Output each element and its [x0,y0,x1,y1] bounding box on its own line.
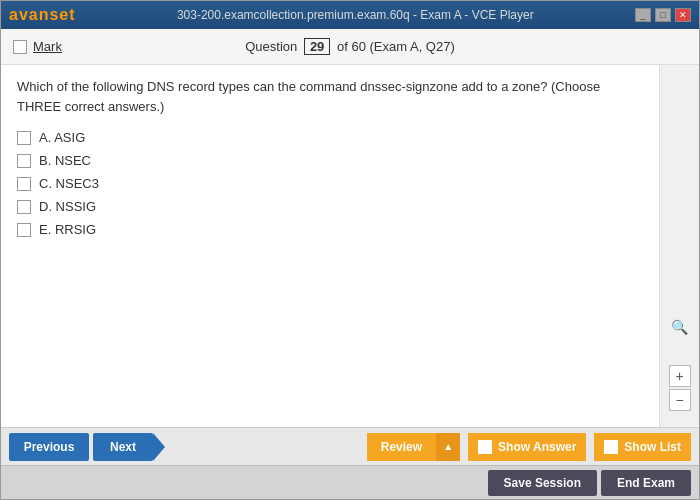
titlebar-title: 303-200.examcollection.premium.exam.60q … [76,8,635,22]
option-label-c: C. NSEC3 [39,176,99,191]
answer-option-c[interactable]: C. NSEC3 [17,176,643,191]
close-button[interactable]: ✕ [675,8,691,22]
show-answer-label: Show Answer [498,440,576,454]
question-number: 29 [304,38,330,55]
mark-label[interactable]: Mark [33,39,62,54]
zoom-out-button[interactable]: − [669,389,691,411]
zoom-in-button[interactable]: + [669,365,691,387]
maximize-button[interactable]: □ [655,8,671,22]
content-area: Which of the following DNS record types … [1,65,699,427]
review-button[interactable]: Review [367,433,436,461]
show-list-button[interactable]: Show List [594,433,691,461]
option-label-a: A. ASIG [39,130,85,145]
review-group: Review ▲ [367,433,460,461]
mark-area: Mark [13,39,93,54]
show-answer-icon [478,440,492,454]
app-window: avanset 303-200.examcollection.premium.e… [0,0,700,500]
question-info: Question 29 of 60 (Exam A, Q27) [93,38,607,55]
logo-suffix: set [49,6,75,23]
option-label-e: E. RRSIG [39,222,96,237]
option-checkbox-b[interactable] [17,154,31,168]
show-answer-button[interactable]: Show Answer [468,433,586,461]
answer-options: A. ASIGB. NSECC. NSEC3D. NSSIGE. RRSIG [17,130,643,237]
option-checkbox-c[interactable] [17,177,31,191]
end-exam-button[interactable]: End Exam [601,470,691,496]
question-label: Question [245,39,297,54]
answer-option-b[interactable]: B. NSEC [17,153,643,168]
app-logo: avanset [9,6,76,24]
answer-option-a[interactable]: A. ASIG [17,130,643,145]
logo-prefix: avan [9,6,49,23]
option-checkbox-e[interactable] [17,223,31,237]
option-label-d: D. NSSIG [39,199,96,214]
next-button[interactable]: Next [93,433,153,461]
question-body: Which of the following DNS record types … [1,65,659,427]
option-checkbox-d[interactable] [17,200,31,214]
option-checkbox-a[interactable] [17,131,31,145]
review-dropdown-button[interactable]: ▲ [436,433,460,461]
save-session-button[interactable]: Save Session [488,470,597,496]
option-label-b: B. NSEC [39,153,91,168]
mark-checkbox[interactable] [13,40,27,54]
answer-option-d[interactable]: D. NSSIG [17,199,643,214]
question-total: of 60 (Exam A, Q27) [337,39,455,54]
show-list-label: Show List [624,440,681,454]
bottom-toolbar: Previous Next Review ▲ Show Answer Show … [1,427,699,465]
right-sidebar: 🔍 + − [659,65,699,427]
window-controls: _ □ ✕ [635,8,691,22]
previous-button[interactable]: Previous [9,433,89,461]
minimize-button[interactable]: _ [635,8,651,22]
titlebar: avanset 303-200.examcollection.premium.e… [1,1,699,29]
question-header: Mark Question 29 of 60 (Exam A, Q27) [1,29,699,65]
bottom-actions: Save Session End Exam [1,465,699,499]
answer-option-e[interactable]: E. RRSIG [17,222,643,237]
zoom-controls: + − [669,365,691,419]
question-text: Which of the following DNS record types … [17,77,643,116]
search-icon[interactable]: 🔍 [668,315,692,339]
show-list-icon [604,440,618,454]
